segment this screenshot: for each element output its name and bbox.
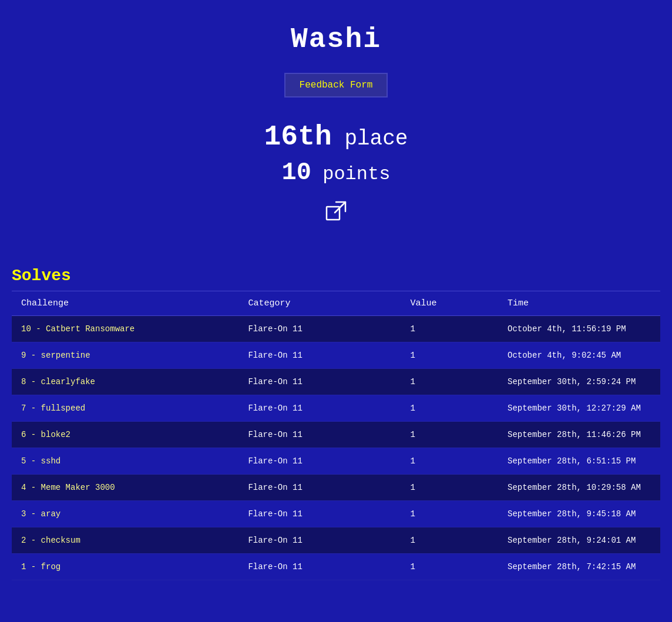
place-label: place: [344, 127, 408, 151]
cell-category: Flare-On 11: [238, 316, 401, 342]
table-row: 9 - serpentineFlare-On 111October 4th, 9…: [12, 342, 660, 369]
cell-time: October 4th, 11:56:19 PM: [498, 316, 660, 342]
col-header-challenge: Challenge: [12, 291, 238, 316]
cell-value: 1: [401, 422, 498, 448]
cell-time: September 28th, 7:42:15 AM: [498, 554, 660, 580]
table-row: 10 - Catbert RansomwareFlare-On 111Octob…: [12, 316, 660, 342]
cell-value: 1: [401, 395, 498, 422]
table-row: 8 - clearlyfakeFlare-On 111September 30t…: [12, 369, 660, 395]
cell-time: September 28th, 9:45:18 AM: [498, 501, 660, 527]
table-row: 1 - frogFlare-On 111September 28th, 7:42…: [12, 554, 660, 580]
cell-category: Flare-On 11: [238, 395, 401, 422]
table-row: 5 - sshdFlare-On 111September 28th, 6:51…: [12, 448, 660, 475]
cell-challenge: 6 - bloke2: [12, 422, 238, 448]
cell-value: 1: [401, 527, 498, 554]
col-header-time: Time: [498, 291, 660, 316]
cell-challenge: 8 - clearlyfake: [12, 369, 238, 395]
cell-category: Flare-On 11: [238, 527, 401, 554]
table-row: 2 - checksumFlare-On 111September 28th, …: [12, 527, 660, 554]
header-section: Washi Feedback Form 16th place 10 points: [0, 0, 672, 255]
cell-value: 1: [401, 448, 498, 475]
cell-challenge: 1 - frog: [12, 554, 238, 580]
place-number: 16th: [264, 121, 332, 153]
points-label: points: [322, 163, 390, 185]
cell-challenge: 7 - fullspeed: [12, 395, 238, 422]
cell-value: 1: [401, 501, 498, 527]
cell-value: 1: [401, 369, 498, 395]
cell-value: 1: [401, 316, 498, 342]
cell-time: October 4th, 9:02:45 AM: [498, 342, 660, 369]
cell-challenge: 4 - Meme Maker 3000: [12, 475, 238, 501]
cell-value: 1: [401, 475, 498, 501]
svg-rect-0: [327, 207, 340, 220]
cell-time: September 28th, 10:29:58 AM: [498, 475, 660, 501]
feedback-button[interactable]: Feedback Form: [284, 73, 388, 97]
place-display: 16th place: [12, 121, 660, 153]
table-row: 3 - arayFlare-On 111September 28th, 9:45…: [12, 501, 660, 527]
cell-category: Flare-On 11: [238, 422, 401, 448]
site-title: Washi: [12, 23, 660, 55]
cell-challenge: 10 - Catbert Ransomware: [12, 316, 238, 342]
cell-challenge: 3 - aray: [12, 501, 238, 527]
cell-category: Flare-On 11: [238, 342, 401, 369]
cell-category: Flare-On 11: [238, 475, 401, 501]
cell-time: September 30th, 2:59:24 PM: [498, 369, 660, 395]
cell-value: 1: [401, 554, 498, 580]
external-link-icon[interactable]: [323, 199, 349, 231]
cell-category: Flare-On 11: [238, 501, 401, 527]
table-header-row: Challenge Category Value Time: [12, 291, 660, 316]
solves-table: Challenge Category Value Time 10 - Catbe…: [12, 291, 660, 580]
points-number: 10: [282, 159, 311, 187]
col-header-category: Category: [238, 291, 401, 316]
table-row: 4 - Meme Maker 3000Flare-On 111September…: [12, 475, 660, 501]
cell-time: September 28th, 6:51:15 PM: [498, 448, 660, 475]
cell-challenge: 9 - serpentine: [12, 342, 238, 369]
cell-challenge: 2 - checksum: [12, 527, 238, 554]
table-row: 7 - fullspeedFlare-On 111September 30th,…: [12, 395, 660, 422]
cell-time: September 30th, 12:27:29 AM: [498, 395, 660, 422]
cell-category: Flare-On 11: [238, 448, 401, 475]
cell-category: Flare-On 11: [238, 554, 401, 580]
col-header-value: Value: [401, 291, 498, 316]
cell-time: September 28th, 9:24:01 AM: [498, 527, 660, 554]
solves-section: Solves Challenge Category Value Time 10 …: [0, 255, 672, 598]
cell-challenge: 5 - sshd: [12, 448, 238, 475]
cell-value: 1: [401, 342, 498, 369]
points-display: 10 points: [12, 159, 660, 187]
table-row: 6 - bloke2Flare-On 111September 28th, 11…: [12, 422, 660, 448]
cell-category: Flare-On 11: [238, 369, 401, 395]
stats-section: 16th place 10 points: [12, 121, 660, 187]
solves-title: Solves: [12, 267, 660, 285]
cell-time: September 28th, 11:46:26 PM: [498, 422, 660, 448]
